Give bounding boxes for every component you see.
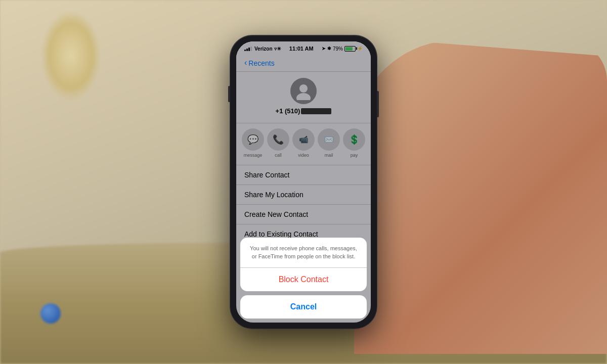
action-sheet-message: You will not receive phone calls, messag… [240,238,367,268]
phone-device: Verizon ▿☀ 11:01 AM ➤ ✱ 79% ⚡ ‹ [230,35,377,329]
bg-lamp [40,10,101,101]
block-contact-button[interactable]: Block Contact [240,268,367,291]
phone-wrapper: Verizon ▿☀ 11:01 AM ➤ ✱ 79% ⚡ ‹ [230,35,377,329]
cancel-button[interactable]: Cancel [240,295,367,318]
hand [354,40,607,354]
action-sheet-overlay: You will not receive phone calls, messag… [236,41,371,323]
phone-screen: Verizon ▿☀ 11:01 AM ➤ ✱ 79% ⚡ ‹ [236,41,371,323]
bg-blue-ball [40,303,61,324]
action-sheet: You will not receive phone calls, messag… [240,238,367,291]
